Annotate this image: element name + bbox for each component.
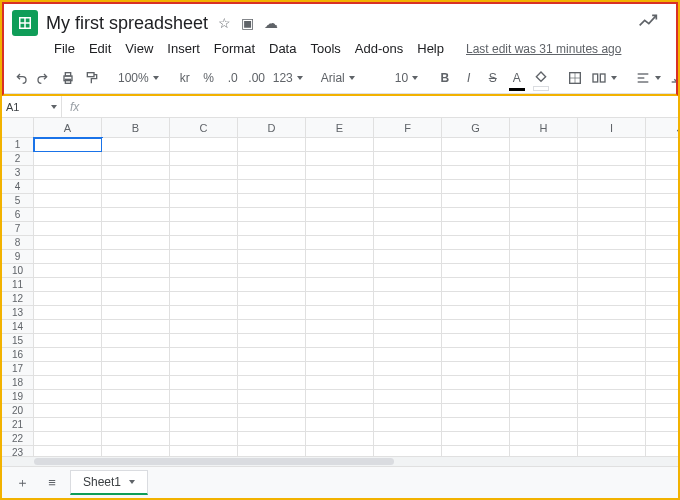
star-icon[interactable]: ☆ xyxy=(218,15,231,31)
cell[interactable] xyxy=(306,418,374,432)
cell[interactable] xyxy=(170,376,238,390)
cell[interactable] xyxy=(646,278,678,292)
cell[interactable] xyxy=(578,138,646,152)
cell[interactable] xyxy=(102,376,170,390)
cell[interactable] xyxy=(34,194,102,208)
cell[interactable] xyxy=(170,152,238,166)
cell[interactable] xyxy=(374,138,442,152)
cell[interactable] xyxy=(646,208,678,222)
cell[interactable] xyxy=(510,138,578,152)
all-sheets-button[interactable]: ≡ xyxy=(40,471,64,495)
cell[interactable] xyxy=(374,236,442,250)
borders-button[interactable] xyxy=(565,67,585,89)
cell[interactable] xyxy=(238,264,306,278)
cell[interactable] xyxy=(442,446,510,456)
menu-data[interactable]: Data xyxy=(263,38,302,59)
cell[interactable] xyxy=(238,446,306,456)
cell[interactable] xyxy=(646,236,678,250)
cell[interactable] xyxy=(578,194,646,208)
cell[interactable] xyxy=(442,334,510,348)
cell[interactable] xyxy=(34,138,102,152)
cell[interactable] xyxy=(102,264,170,278)
column-header[interactable]: H xyxy=(510,118,578,138)
cell[interactable] xyxy=(238,166,306,180)
cell[interactable] xyxy=(646,194,678,208)
cell[interactable] xyxy=(102,208,170,222)
cell[interactable] xyxy=(646,418,678,432)
cell[interactable] xyxy=(510,362,578,376)
cell[interactable] xyxy=(646,432,678,446)
cell[interactable] xyxy=(374,250,442,264)
cell[interactable] xyxy=(646,222,678,236)
row-header[interactable]: 12 xyxy=(2,292,34,306)
cell[interactable] xyxy=(374,390,442,404)
font-size-dropdown[interactable]: 10 xyxy=(393,71,421,85)
cell[interactable] xyxy=(442,194,510,208)
row-header[interactable]: 21 xyxy=(2,418,34,432)
sheet-tab[interactable]: Sheet1 xyxy=(70,470,148,495)
document-title[interactable]: My first spreadsheet xyxy=(46,13,208,34)
cell[interactable] xyxy=(646,306,678,320)
cell[interactable] xyxy=(34,362,102,376)
cell[interactable] xyxy=(646,180,678,194)
cell[interactable] xyxy=(34,292,102,306)
cell[interactable] xyxy=(34,432,102,446)
row-header[interactable]: 18 xyxy=(2,376,34,390)
cell[interactable] xyxy=(646,334,678,348)
cell[interactable] xyxy=(578,208,646,222)
cell[interactable] xyxy=(578,334,646,348)
grid-area[interactable]: ABCDEFGHIJ123456789101112131415161718192… xyxy=(2,118,678,456)
cell[interactable] xyxy=(510,166,578,180)
cell[interactable] xyxy=(306,320,374,334)
cell[interactable] xyxy=(578,348,646,362)
cell[interactable] xyxy=(34,166,102,180)
cell[interactable] xyxy=(102,320,170,334)
cell[interactable] xyxy=(510,152,578,166)
cell[interactable] xyxy=(646,404,678,418)
cell[interactable] xyxy=(170,292,238,306)
cell[interactable] xyxy=(238,152,306,166)
column-header[interactable]: I xyxy=(578,118,646,138)
row-header[interactable]: 9 xyxy=(2,250,34,264)
move-icon[interactable]: ▣ xyxy=(241,15,254,31)
cell[interactable] xyxy=(170,404,238,418)
cell[interactable] xyxy=(442,222,510,236)
cell[interactable] xyxy=(646,362,678,376)
cell[interactable] xyxy=(102,432,170,446)
cell[interactable] xyxy=(442,404,510,418)
cell[interactable] xyxy=(442,264,510,278)
cell[interactable] xyxy=(646,390,678,404)
cell[interactable] xyxy=(306,404,374,418)
cell[interactable] xyxy=(34,208,102,222)
cell[interactable] xyxy=(170,278,238,292)
row-header[interactable]: 23 xyxy=(2,446,34,456)
text-color-button[interactable]: A xyxy=(507,67,527,89)
cell[interactable] xyxy=(306,222,374,236)
currency-button[interactable]: kr xyxy=(175,67,195,89)
cell[interactable] xyxy=(646,166,678,180)
cell[interactable] xyxy=(578,292,646,306)
row-header[interactable]: 13 xyxy=(2,306,34,320)
cell[interactable] xyxy=(238,348,306,362)
cell[interactable] xyxy=(170,306,238,320)
cell[interactable] xyxy=(374,208,442,222)
cell[interactable] xyxy=(510,208,578,222)
cell[interactable] xyxy=(306,138,374,152)
cell[interactable] xyxy=(170,320,238,334)
cell[interactable] xyxy=(238,362,306,376)
menu-addons[interactable]: Add-ons xyxy=(349,38,409,59)
name-box[interactable]: A1 xyxy=(2,96,62,117)
cell[interactable] xyxy=(238,432,306,446)
cell[interactable] xyxy=(510,390,578,404)
cell[interactable] xyxy=(102,138,170,152)
cell[interactable] xyxy=(102,362,170,376)
cell[interactable] xyxy=(34,222,102,236)
cell[interactable] xyxy=(170,222,238,236)
menu-file[interactable]: File xyxy=(48,38,81,59)
paint-format-icon[interactable] xyxy=(82,67,102,89)
row-header[interactable]: 17 xyxy=(2,362,34,376)
cell[interactable] xyxy=(102,306,170,320)
strikethrough-button[interactable]: S xyxy=(483,67,503,89)
cell[interactable] xyxy=(306,334,374,348)
cell[interactable] xyxy=(102,446,170,456)
